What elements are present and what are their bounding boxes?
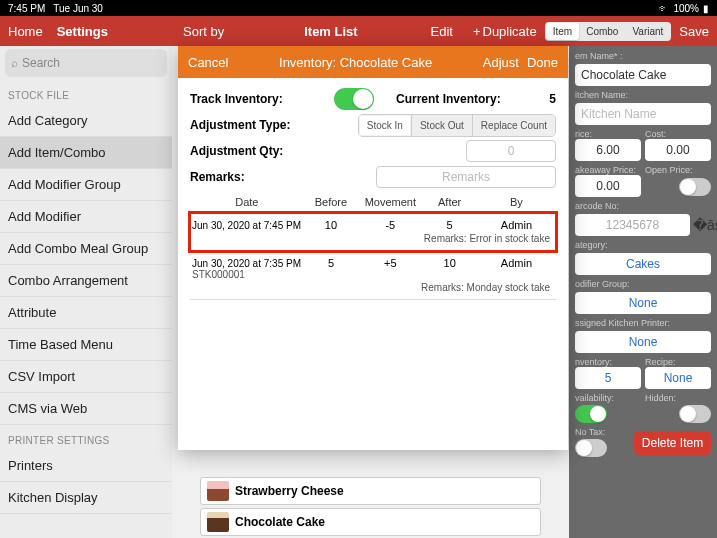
label-open-price: Open Price: (645, 165, 711, 175)
nav-itemlist: Item List (304, 24, 357, 39)
inventory-modal: Cancel Inventory: Chocolate Cake Adjust … (178, 46, 568, 450)
hist-remarks: Remarks: Error in stock take (190, 233, 556, 244)
item-thumb-icon (207, 512, 229, 532)
seg-item[interactable]: Item (546, 23, 579, 40)
hist-before: 5 (304, 257, 358, 269)
field-price[interactable]: 6.00 (575, 139, 641, 161)
seg-replace-count[interactable]: Replace Count (472, 115, 555, 136)
modal-adjust-button[interactable]: Adjust (483, 55, 519, 70)
item-thumb-icon (207, 481, 229, 501)
field-kitchen-name[interactable]: Kitchen Name (575, 103, 711, 125)
nav-edit[interactable]: Edit (431, 24, 453, 39)
sidebar-item-combo-arrangement[interactable]: Combo Arrangement (0, 265, 172, 297)
field-barcode[interactable]: 12345678 (575, 214, 690, 236)
sidebar: ⌕ Search STOCK FILE Add Category Add Ite… (0, 46, 172, 538)
hist-date: Jun 30, 2020 at 7:45 PM (190, 220, 304, 231)
label-adjustment-qty: Adjustment Qty: (190, 144, 330, 158)
toggle-hidden[interactable] (679, 405, 711, 423)
col-date: Date (190, 196, 304, 208)
seg-stock-out[interactable]: Stock Out (411, 115, 472, 136)
col-movement: Movement (358, 196, 422, 208)
modal-done-button[interactable]: Done (527, 55, 558, 70)
label-remarks: Remarks: (190, 170, 330, 184)
sidebar-item-attribute[interactable]: Attribute (0, 297, 172, 329)
field-kitchen-printer[interactable]: None (575, 331, 711, 353)
sidebar-item-add-combo-meal-group[interactable]: Add Combo Meal Group (0, 233, 172, 265)
plus-icon: + (473, 24, 481, 39)
field-category[interactable]: Cakes (575, 253, 711, 275)
label-hidden: Hidden: (645, 393, 711, 403)
hist-after: 5 (422, 219, 476, 231)
modal-cancel-button[interactable]: Cancel (188, 55, 228, 70)
list-row-label: Strawberry Cheese (235, 484, 344, 498)
hist-stk: STK000001 (190, 269, 556, 280)
sidebar-item-add-modifier[interactable]: Add Modifier (0, 201, 172, 233)
col-by: By (477, 196, 556, 208)
toggle-no-tax[interactable] (575, 439, 607, 457)
label-availability: vailability: (575, 393, 641, 403)
nav-settings[interactable]: Settings (57, 24, 108, 39)
seg-combo[interactable]: Combo (579, 23, 625, 40)
field-cost[interactable]: 0.00 (645, 139, 711, 161)
history-row: Jun 30, 2020 at 7:45 PM10-55AdminRemarks… (190, 213, 556, 251)
search-input[interactable]: ⌕ Search (5, 49, 167, 77)
list-row-strawberry[interactable]: Strawberry Cheese (200, 477, 541, 505)
hist-remarks: Remarks: Monday stock take (190, 282, 556, 293)
toggle-availability[interactable] (575, 405, 607, 423)
field-modifier-group[interactable]: None (575, 292, 711, 314)
history-row: Jun 30, 2020 at 7:35 PM5+510AdminSTK0000… (190, 251, 556, 300)
status-bar: 7:45 PM Tue Jun 30 ᯤ 100% ▮ (0, 0, 717, 16)
label-item-name: em Name* : (575, 51, 711, 61)
barcode-scan-icon[interactable]: �ās (693, 217, 711, 233)
sidebar-item-kitchen-display[interactable]: Kitchen Display (0, 482, 172, 514)
col-after: After (422, 196, 476, 208)
label-category: ategory: (575, 240, 711, 250)
modal-title: Inventory: Chocolate Cake (228, 55, 482, 70)
hist-before: 10 (304, 219, 358, 231)
hist-movement: +5 (358, 257, 422, 269)
toggle-open-price[interactable] (679, 178, 711, 196)
sidebar-item-time-based-menu[interactable]: Time Based Menu (0, 329, 172, 361)
label-no-tax: No Tax: (575, 427, 630, 437)
seg-variant[interactable]: Variant (625, 23, 670, 40)
item-detail-panel: em Name* : Chocolate Cake itchen Name: K… (569, 46, 717, 538)
wifi-icon: ᯤ (659, 3, 669, 14)
sidebar-item-printers[interactable]: Printers (0, 450, 172, 482)
field-inventory[interactable]: 5 (575, 367, 641, 389)
sidebar-item-cms-via-web[interactable]: CMS via Web (0, 393, 172, 425)
field-recipe[interactable]: None (645, 367, 711, 389)
value-current-inventory: 5 (549, 92, 556, 106)
item-type-segment[interactable]: Item Combo Variant (545, 22, 672, 41)
battery-icon: ▮ (703, 3, 709, 14)
sidebar-item-add-item-combo[interactable]: Add Item/Combo (0, 137, 172, 169)
label-kitchen-printer: ssigned Kitchen Printer: (575, 318, 711, 328)
nav-bar: Home Settings Sort by Item List Edit +Du… (0, 16, 717, 46)
hist-by: Admin (477, 257, 556, 269)
list-row-chocolate[interactable]: Chocolate Cake (200, 508, 541, 536)
input-adjustment-qty[interactable]: 0 (466, 140, 556, 162)
label-modifier-group: odifier Group: (575, 279, 711, 289)
label-current-inventory: Current Inventory: (396, 92, 536, 106)
label-inventory: nventory: (575, 357, 641, 367)
adjustment-type-segment[interactable]: Stock In Stock Out Replace Count (358, 114, 556, 137)
nav-duplicate[interactable]: +Duplicate (473, 24, 537, 39)
input-remarks[interactable]: Remarks (376, 166, 556, 188)
status-time: 7:45 PM (8, 3, 45, 14)
label-adjustment-type: Adjustment Type: (190, 118, 330, 132)
sidebar-item-csv-import[interactable]: CSV Import (0, 361, 172, 393)
sidebar-item-add-category[interactable]: Add Category (0, 105, 172, 137)
nav-save[interactable]: Save (679, 24, 709, 39)
field-item-name[interactable]: Chocolate Cake (575, 64, 711, 86)
modal-header: Cancel Inventory: Chocolate Cake Adjust … (178, 46, 568, 78)
section-stock-file: STOCK FILE (0, 80, 172, 105)
nav-sortby[interactable]: Sort by (183, 24, 224, 39)
label-track-inventory: Track Inventory: (190, 92, 330, 106)
nav-home[interactable]: Home (8, 24, 43, 39)
field-takeaway[interactable]: 0.00 (575, 175, 641, 197)
search-icon: ⌕ (11, 56, 18, 70)
history-header: Date Before Movement After By (190, 190, 556, 213)
toggle-track-inventory[interactable] (334, 88, 374, 110)
seg-stock-in[interactable]: Stock In (359, 115, 411, 136)
sidebar-item-add-modifier-group[interactable]: Add Modifier Group (0, 169, 172, 201)
delete-item-button[interactable]: Delete Item (634, 431, 711, 455)
